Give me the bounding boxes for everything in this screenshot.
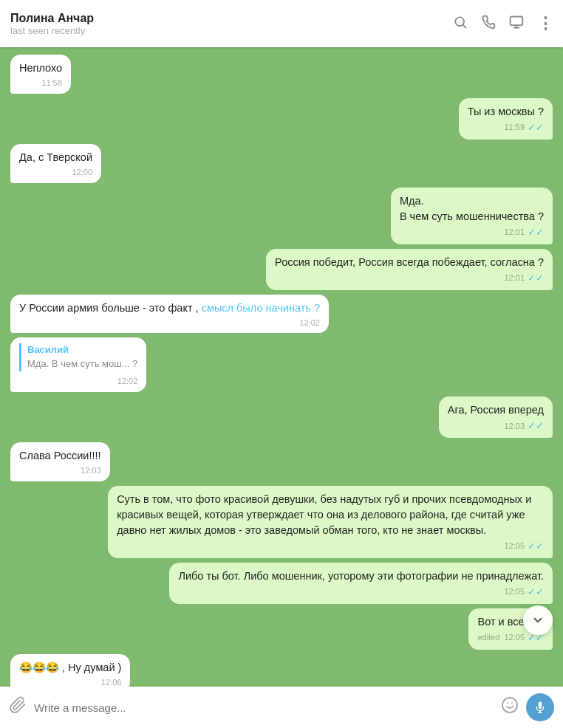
message-meta: 12:01 ✓✓ — [400, 226, 544, 240]
message-time: 12:03 — [504, 421, 525, 433]
svg-line-1 — [463, 24, 466, 27]
message-bubble: Ага, Россия вперед 12:03 ✓✓ — [439, 396, 553, 438]
table-row: Да, с Тверской 12:00 — [10, 144, 553, 183]
message-meta: 12:01 ✓✓ — [275, 272, 544, 286]
message-bubble: Василий Мда. В чем суть мош... ? 12:02 — [10, 337, 146, 392]
chat-header: Полина Анчар last seen recently ⋮ — [0, 0, 563, 47]
read-ticks: ✓✓ — [528, 540, 544, 554]
table-row: Суть в том, что фото красивой девушки, б… — [10, 486, 553, 558]
message-meta: 12:05 ✓✓ — [178, 586, 544, 600]
contact-info: Полина Анчар last seen recently — [10, 12, 453, 36]
message-text: Неплохо — [19, 62, 62, 74]
emoji-icon[interactable] — [501, 696, 519, 718]
message-text: Суть в том, что фото красивой девушки, б… — [117, 493, 531, 536]
message-meta: 11:59 ✓✓ — [468, 121, 544, 135]
read-ticks: ✓✓ — [528, 226, 544, 240]
message-meta: 12:02 — [19, 317, 320, 329]
scroll-to-bottom-button[interactable] — [523, 605, 553, 635]
message-meta: 12:03 — [19, 465, 101, 477]
read-ticks: ✓✓ — [528, 586, 544, 600]
message-text: Либо ты бот. Либо мошенник, уоторому эти… — [178, 570, 544, 582]
reply-text: Мда. В чем суть мош... ? — [27, 357, 137, 371]
table-row: Россия победит, Россия всегда побеждает,… — [10, 249, 553, 290]
message-time: 12:05 — [504, 586, 525, 598]
svg-rect-2 — [511, 16, 523, 25]
read-ticks: ✓✓ — [528, 272, 544, 286]
message-time: 12:00 — [72, 167, 93, 179]
message-bubble: Да, с Тверской 12:00 — [10, 144, 101, 183]
message-bubble: У России армия больше - это факт , смысл… — [10, 295, 329, 334]
message-bubble: 😂😂😂 , Ну думай ) 12:06 — [10, 654, 130, 687]
table-row: Вот и все. edited 12:05 ✓✓ — [10, 608, 553, 650]
message-text: Ага, Россия вперед — [448, 404, 544, 416]
message-time: 11:58 — [42, 78, 63, 89]
message-meta: 12:05 ✓✓ — [117, 540, 544, 554]
read-ticks: ✓✓ — [528, 121, 544, 135]
search-icon[interactable] — [453, 15, 468, 33]
message-text: Ты из москвы ? — [468, 106, 544, 117]
message-meta: 12:00 — [19, 167, 92, 179]
chat-messages: Неплохо 11:58 Ты из москвы ? 11:59 ✓✓ Да… — [0, 47, 563, 687]
screen-icon[interactable] — [509, 15, 524, 33]
attach-icon[interactable] — [9, 696, 27, 718]
message-bubble: Россия победит, Россия всегда побеждает,… — [266, 249, 553, 290]
table-row: Василий Мда. В чем суть мош... ? 12:02 — [10, 337, 553, 392]
message-bubble: Суть в том, что фото красивой девушки, б… — [108, 486, 553, 558]
message-bubble: Либо ты бот. Либо мошенник, уоторому эти… — [169, 563, 553, 604]
reply-author: Василий — [27, 343, 137, 357]
voice-message-button[interactable] — [526, 693, 554, 721]
message-time: 12:06 — [101, 677, 122, 687]
table-row: 😂😂😂 , Ну думай ) 12:06 — [10, 654, 553, 687]
message-time: 12:02 — [117, 376, 138, 388]
message-meta: 12:03 ✓✓ — [448, 419, 544, 433]
call-icon[interactable] — [481, 15, 496, 33]
message-bubble: Мда.В чем суть мошенничества ? 12:01 ✓✓ — [391, 188, 553, 244]
message-text: Да, с Тверской — [19, 151, 92, 163]
table-row: Либо ты бот. Либо мошенник, уоторому эти… — [10, 563, 553, 604]
message-text: 😂😂😂 , Ну думай ) — [19, 662, 121, 673]
message-text: Россия победит, Россия всегда побеждает,… — [275, 256, 544, 268]
message-time: 12:01 — [504, 227, 525, 238]
message-time: 12:01 — [504, 272, 525, 284]
message-time: 12:03 — [81, 465, 101, 477]
message-text: Слава России!!!! — [19, 450, 101, 461]
table-row: У России армия больше - это факт , смысл… — [10, 295, 553, 334]
header-actions: ⋮ — [453, 14, 553, 33]
message-bubble: Слава России!!!! 12:03 — [10, 442, 110, 481]
message-meta: 11:58 — [19, 78, 62, 89]
message-input[interactable] — [34, 701, 494, 714]
reply-quote: Василий Мда. В чем суть мош... ? — [19, 343, 137, 371]
table-row: Слава России!!!! 12:03 — [10, 442, 553, 481]
message-time: 12:05 — [504, 632, 525, 644]
message-input-bar — [0, 687, 563, 728]
table-row: Ты из москвы ? 11:59 ✓✓ — [10, 98, 553, 140]
svg-point-5 — [502, 698, 517, 712]
contact-name: Полина Анчар — [10, 12, 453, 25]
more-icon[interactable]: ⋮ — [537, 14, 553, 33]
message-bubble: Неплохо 11:58 — [10, 55, 71, 94]
table-row: Мда.В чем суть мошенничества ? 12:01 ✓✓ — [10, 188, 553, 244]
message-text: Мда.В чем суть мошенничества ? — [400, 195, 544, 222]
table-row: Ага, Россия вперед 12:03 ✓✓ — [10, 396, 553, 438]
edited-label: edited — [477, 632, 499, 644]
message-time: 12:05 — [504, 540, 525, 552]
message-text: Вот и все. — [477, 616, 527, 628]
contact-status: last seen recently — [10, 25, 453, 36]
message-time: 11:59 — [504, 122, 525, 134]
message-text: У России армия больше - это факт , смысл… — [19, 302, 320, 314]
table-row: Неплохо 11:58 — [10, 55, 553, 94]
message-bubble: Ты из москвы ? 11:59 ✓✓ — [459, 98, 553, 140]
message-meta: 12:06 — [19, 677, 121, 687]
message-time: 12:02 — [299, 317, 320, 329]
message-meta: 12:02 — [19, 376, 137, 388]
read-ticks: ✓✓ — [528, 419, 544, 433]
